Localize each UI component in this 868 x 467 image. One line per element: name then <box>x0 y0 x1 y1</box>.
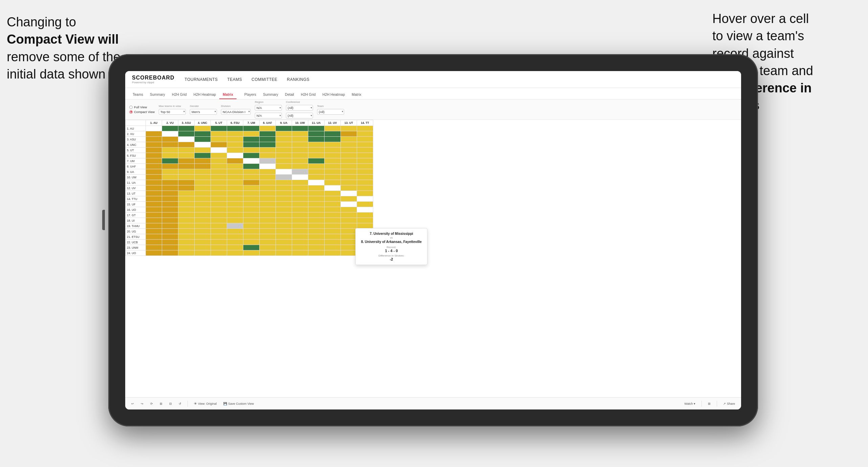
matrix-cell-15-12[interactable] <box>341 207 357 213</box>
matrix-cell-18-2[interactable] <box>178 223 195 229</box>
nav-committee[interactable]: COMMITTEE <box>251 77 277 82</box>
matrix-cell-13-10[interactable] <box>308 196 325 202</box>
matrix-cell-15-6[interactable] <box>243 207 260 213</box>
matrix-cell-19-11[interactable] <box>325 229 341 234</box>
matrix-cell-16-4[interactable] <box>211 213 227 218</box>
matrix-cell-13-0[interactable] <box>146 196 162 202</box>
matrix-cell-22-2[interactable] <box>178 245 195 250</box>
matrix-cell-23-3[interactable] <box>195 250 211 256</box>
matrix-cell-0-1[interactable] <box>162 126 178 131</box>
matrix-cell-0-3[interactable] <box>195 126 211 131</box>
matrix-cell-5-9[interactable] <box>292 153 308 158</box>
matrix-cell-4-6[interactable] <box>243 148 260 153</box>
matrix-cell-17-12[interactable] <box>341 218 357 223</box>
matrix-cell-8-9[interactable] <box>292 169 308 175</box>
matrix-cell-21-7[interactable] <box>260 240 276 245</box>
matrix-cell-1-12[interactable] <box>341 131 357 137</box>
matrix-cell-20-3[interactable] <box>195 234 211 240</box>
matrix-cell-16-10[interactable] <box>308 213 325 218</box>
matrix-cell-14-3[interactable] <box>195 202 211 207</box>
matrix-cell-9-0[interactable] <box>146 175 162 180</box>
matrix-cell-11-13[interactable] <box>357 185 373 191</box>
matrix-cell-14-11[interactable] <box>325 202 341 207</box>
matrix-cell-13-13[interactable] <box>357 196 373 202</box>
matrix-cell-5-7[interactable] <box>260 153 276 158</box>
matrix-cell-19-4[interactable] <box>211 229 227 234</box>
matrix-cell-8-10[interactable] <box>308 169 325 175</box>
matrix-cell-10-6[interactable] <box>243 180 260 185</box>
matrix-cell-15-1[interactable] <box>162 207 178 213</box>
sub-tab-matrix-l[interactable]: Matrix <box>219 90 237 99</box>
matrix-cell-11-0[interactable] <box>146 185 162 191</box>
matrix-cell-22-10[interactable] <box>308 245 325 250</box>
matrix-cell-3-0[interactable] <box>146 142 162 148</box>
max-teams-select[interactable]: Top 50 <box>159 109 186 115</box>
matrix-cell-2-8[interactable] <box>276 137 292 142</box>
matrix-cell-11-8[interactable] <box>276 185 292 191</box>
matrix-cell-13-6[interactable] <box>243 196 260 202</box>
matrix-cell-13-9[interactable] <box>292 196 308 202</box>
matrix-cell-16-5[interactable] <box>227 213 243 218</box>
matrix-cell-17-0[interactable] <box>146 218 162 223</box>
matrix-cell-4-5[interactable] <box>227 148 243 153</box>
matrix-cell-18-10[interactable] <box>308 223 325 229</box>
matrix-cell-2-12[interactable] <box>341 137 357 142</box>
matrix-cell-6-7[interactable] <box>260 158 276 164</box>
matrix-cell-16-3[interactable] <box>195 213 211 218</box>
matrix-cell-19-0[interactable] <box>146 229 162 234</box>
matrix-cell-18-1[interactable] <box>162 223 178 229</box>
matrix-cell-1-0[interactable] <box>146 131 162 137</box>
toolbar-redo[interactable]: ↪ <box>139 401 146 406</box>
matrix-cell-5-5[interactable] <box>227 153 243 158</box>
matrix-cell-22-12[interactable] <box>341 245 357 250</box>
matrix-cell-6-5[interactable] <box>227 158 243 164</box>
sub-tab-players[interactable]: Players <box>241 90 260 99</box>
matrix-cell-10-12[interactable] <box>341 180 357 185</box>
matrix-cell-15-5[interactable] <box>227 207 243 213</box>
matrix-cell-8-13[interactable] <box>357 169 373 175</box>
matrix-cell-3-8[interactable] <box>276 142 292 148</box>
gender-select[interactable]: Men's <box>190 109 217 115</box>
matrix-cell-12-11[interactable] <box>325 191 341 196</box>
matrix-cell-3-1[interactable] <box>162 142 178 148</box>
matrix-cell-8-3[interactable] <box>195 169 211 175</box>
matrix-cell-1-10[interactable] <box>308 131 325 137</box>
matrix-cell-22-9[interactable] <box>292 245 308 250</box>
matrix-cell-7-0[interactable] <box>146 164 162 169</box>
matrix-cell-0-12[interactable] <box>341 126 357 131</box>
matrix-cell-22-5[interactable] <box>227 245 243 250</box>
matrix-cell-16-6[interactable] <box>243 213 260 218</box>
matrix-cell-17-9[interactable] <box>292 218 308 223</box>
matrix-cell-17-10[interactable] <box>308 218 325 223</box>
matrix-cell-14-5[interactable] <box>227 202 243 207</box>
matrix-cell-5-0[interactable] <box>146 153 162 158</box>
matrix-cell-1-1[interactable] <box>162 131 178 137</box>
matrix-cell-14-13[interactable] <box>357 202 373 207</box>
matrix-cell-16-0[interactable] <box>146 213 162 218</box>
matrix-cell-6-12[interactable] <box>341 158 357 164</box>
matrix-cell-19-12[interactable] <box>341 229 357 234</box>
matrix-cell-8-8[interactable] <box>276 169 292 175</box>
matrix-cell-7-11[interactable] <box>325 164 341 169</box>
matrix-cell-6-2[interactable] <box>178 158 195 164</box>
matrix-cell-8-0[interactable] <box>146 169 162 175</box>
matrix-cell-1-11[interactable] <box>325 131 341 137</box>
matrix-cell-19-5[interactable] <box>227 229 243 234</box>
matrix-cell-9-12[interactable] <box>341 175 357 180</box>
matrix-cell-9-9[interactable] <box>292 175 308 180</box>
matrix-cell-13-8[interactable] <box>276 196 292 202</box>
matrix-cell-10-11[interactable] <box>325 180 341 185</box>
conference-select-2[interactable]: (All) <box>286 113 313 118</box>
matrix-cell-1-9[interactable] <box>292 131 308 137</box>
matrix-cell-14-4[interactable] <box>211 202 227 207</box>
matrix-cell-10-4[interactable] <box>211 180 227 185</box>
matrix-cell-17-4[interactable] <box>211 218 227 223</box>
matrix-cell-20-5[interactable] <box>227 234 243 240</box>
matrix-cell-7-1[interactable] <box>162 164 178 169</box>
matrix-cell-11-3[interactable] <box>195 185 211 191</box>
matrix-cell-18-11[interactable] <box>325 223 341 229</box>
matrix-cell-15-7[interactable] <box>260 207 276 213</box>
matrix-cell-12-6[interactable] <box>243 191 260 196</box>
matrix-cell-8-4[interactable] <box>211 169 227 175</box>
matrix-cell-16-11[interactable] <box>325 213 341 218</box>
